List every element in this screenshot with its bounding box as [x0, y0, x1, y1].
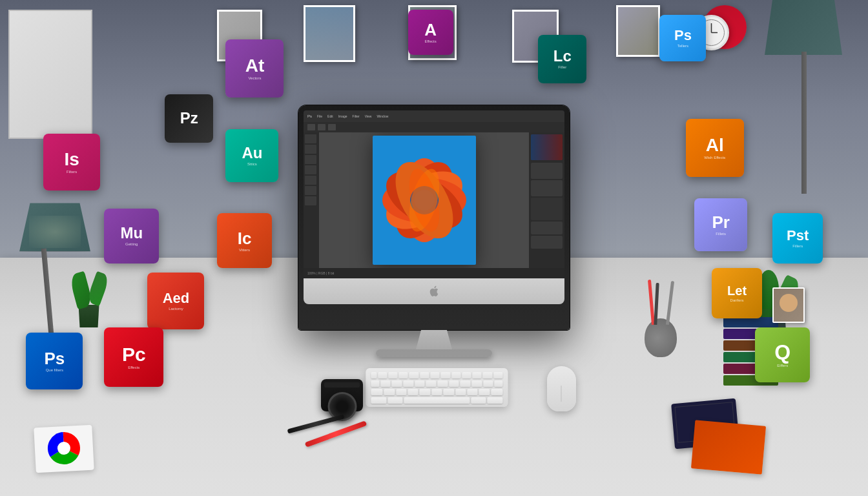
adobe-aed-icon[interactable]: Aed Lactomy: [147, 273, 204, 329]
adobe-ps-top-icon[interactable]: Ps Tellers: [659, 15, 706, 61]
adobe-mu-icon[interactable]: Mu Getting: [104, 209, 159, 264]
adobe-au-icon[interactable]: Au Sttics: [225, 129, 278, 182]
icon-let-label: Let: [727, 284, 747, 297]
icon-mu-label: Mu: [120, 225, 143, 241]
adobe-ic-icon[interactable]: Ic Vitters: [217, 213, 272, 268]
adobe-pz-icon[interactable]: Pz: [165, 94, 213, 143]
portrait-thumbnail: [772, 287, 805, 323]
icon-ic-label: Ic: [238, 230, 252, 247]
plant-left: [70, 269, 108, 327]
adobe-let-icon[interactable]: Let Darifers: [712, 268, 762, 318]
wall-photo-2: [304, 5, 355, 62]
adobe-ps-bottom-icon[interactable]: Ps Que filters: [26, 333, 83, 389]
icon-aed-label: Aed: [163, 291, 190, 305]
main-scene: Ps File Edit Image Filter View Window: [0, 0, 868, 496]
icon-ae-label: A: [424, 21, 437, 38]
adobe-pc-icon[interactable]: Pc Effects: [104, 327, 163, 387]
imac-screen: Ps File Edit Image Filter View Window: [304, 110, 564, 278]
keyboard[interactable]: [366, 368, 508, 407]
icon-at-label: At: [245, 57, 265, 75]
wall-art-sketch: [8, 10, 92, 139]
icon-aed-subtitle: Lactomy: [169, 307, 183, 311]
adobe-at-icon[interactable]: At Vectors: [225, 39, 284, 98]
mouse-divider: [561, 386, 562, 402]
paper-right: [691, 420, 766, 474]
adobe-pr-icon[interactable]: Pr Fillets: [694, 198, 747, 251]
magic-mouse[interactable]: [547, 366, 576, 411]
icon-q-label: Q: [774, 342, 790, 362]
camera: [321, 379, 363, 411]
icon-au-subtitle: Sttics: [247, 162, 257, 166]
adobe-is-icon[interactable]: Is Filters: [43, 134, 100, 191]
icon-au-label: Au: [242, 145, 262, 161]
icon-pr-subtitle: Fillets: [716, 232, 726, 236]
lamp-right: [739, 0, 842, 181]
imac-base: [376, 349, 492, 357]
icon-pc-label: Pc: [122, 345, 146, 364]
icon-is-subtitle: Filters: [67, 170, 77, 174]
adobe-ai-icon[interactable]: Al Wish Effects: [686, 119, 744, 177]
icon-ps-bottom-subtitle: Que filters: [46, 368, 63, 372]
icon-let-subtitle: Darifers: [730, 298, 744, 302]
icon-at-subtitle: Vectors: [248, 76, 261, 80]
icon-pz-label: Pz: [180, 110, 198, 126]
icon-pr-label: Pr: [712, 214, 729, 231]
icon-pst-subtitle: Fillers: [792, 244, 803, 248]
icon-is-label: Is: [65, 150, 79, 169]
adobe-ae-icon[interactable]: A Effects: [408, 10, 453, 55]
icon-lc-label: Lc: [553, 48, 572, 64]
imac-monitor: Ps File Edit Image Filter View Window: [298, 105, 570, 357]
adobe-lc-icon[interactable]: Lc Filler: [538, 35, 586, 83]
imac-stand: [408, 330, 460, 349]
apple-logo-icon: [428, 285, 440, 297]
icon-ai-label: Al: [706, 136, 724, 154]
icon-mu-subtitle: Getting: [125, 242, 138, 246]
imac-chin: [304, 278, 564, 304]
icon-pc-subtitle: Effects: [128, 366, 140, 369]
icon-ps-top-label: Ps: [674, 28, 692, 43]
wall-photo-5: [616, 5, 660, 57]
pencil-holder: [645, 318, 677, 357]
icon-lc-subtitle: Filler: [558, 65, 566, 69]
icon-pst-label: Pst: [787, 229, 809, 243]
color-wheel: [34, 424, 94, 473]
icon-ae-subtitle: Effects: [425, 39, 437, 43]
imac-screen-border: Ps File Edit Image Filter View Window: [298, 105, 570, 330]
icon-ps-bottom-label: Ps: [44, 350, 65, 367]
icon-ic-subtitle: Vitters: [239, 248, 250, 252]
icon-ps-top-subtitle: Tellers: [677, 44, 688, 48]
icon-q-subtitle: Eiffers: [777, 364, 788, 367]
adobe-q-icon[interactable]: Q Eiffers: [755, 327, 810, 382]
adobe-pst-icon[interactable]: Pst Fillers: [772, 213, 823, 264]
icon-ai-subtitle: Wish Effects: [704, 156, 725, 160]
